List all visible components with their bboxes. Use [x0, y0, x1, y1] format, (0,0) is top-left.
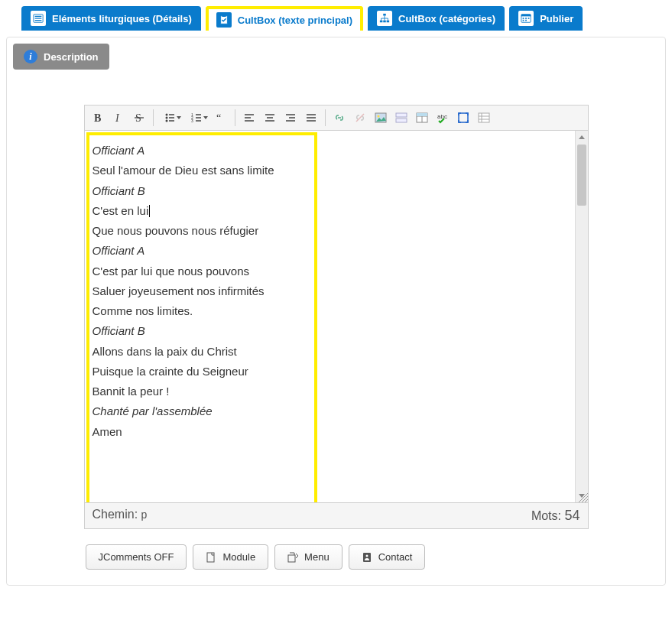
italic-button[interactable]: I: [109, 108, 128, 128]
editor-line[interactable]: Que nous pouvons nous réfugier: [93, 223, 311, 239]
toolbar-sep: [325, 109, 326, 126]
svg-point-48: [377, 115, 379, 118]
module-button[interactable]: Module: [193, 544, 268, 570]
toolbar-sep: [153, 109, 154, 126]
path-label: Chemin:: [93, 508, 138, 521]
module-icon: [206, 552, 216, 563]
editor-line[interactable]: Comme nos limites.: [93, 304, 311, 319]
svg-rect-57: [479, 113, 489, 122]
hr-button[interactable]: [391, 108, 411, 128]
svg-rect-14: [528, 18, 530, 19]
svg-point-22: [165, 117, 167, 119]
menu-button[interactable]: Menu: [274, 544, 342, 570]
svg-rect-54: [417, 113, 427, 116]
tab-label: CultBox (catégories): [398, 13, 495, 24]
words-value: 54: [564, 508, 579, 523]
contact-icon: [362, 552, 372, 563]
svg-point-23: [165, 120, 167, 122]
svg-point-21: [165, 114, 167, 116]
contact-button[interactable]: Contact: [349, 544, 426, 570]
path-value[interactable]: p: [141, 508, 148, 521]
svg-rect-5: [222, 15, 226, 17]
editor-line[interactable]: C'est en lui: [93, 203, 311, 219]
svg-rect-61: [207, 553, 214, 562]
svg-rect-49: [396, 113, 407, 117]
list-detail-icon: [31, 11, 46, 26]
editor-line[interactable]: Bannit la peur !: [93, 384, 311, 399]
strikethrough-button[interactable]: S: [129, 108, 149, 128]
jcomments-button[interactable]: JComments OFF: [86, 544, 187, 570]
tab-label: CultBox (texte principal): [238, 15, 352, 26]
editor-line[interactable]: Officiant A: [93, 243, 311, 258]
editor-line[interactable]: Amen: [93, 424, 311, 440]
editor-line[interactable]: Chanté par l'assemblée: [93, 404, 311, 419]
svg-rect-12: [523, 18, 524, 19]
spellcheck-button[interactable]: abc: [433, 108, 453, 128]
svg-rect-13: [525, 18, 527, 19]
tab-label: Eléments liturgiques (Détails): [52, 13, 192, 24]
content-selection-frame: Officiant ASeul l'amour de Dieu est sans…: [86, 132, 317, 502]
fullscreen-button[interactable]: [453, 108, 473, 128]
svg-rect-9: [387, 21, 390, 23]
editor-line[interactable]: Allons dans la paix du Christ: [93, 344, 311, 359]
resize-handle[interactable]: [578, 492, 589, 503]
description-label: Description: [44, 51, 99, 63]
editor-line[interactable]: Saluer joyeusement nos infirmités: [93, 284, 311, 299]
editor-line[interactable]: Seul l'amour de Dieu est sans limite: [93, 163, 311, 178]
scroll-up-arrow[interactable]: [576, 131, 588, 144]
blockquote-button[interactable]: “: [211, 108, 231, 128]
editor-container: B I S 123 “ abc Officiant ASeul l': [84, 105, 589, 570]
unlink-button[interactable]: [350, 108, 370, 128]
description-button[interactable]: i Description: [13, 44, 109, 70]
contact-label: Contact: [378, 551, 413, 563]
editor-toolbar: B I S 123 “ abc: [84, 105, 589, 130]
bold-button[interactable]: B: [88, 108, 108, 128]
clipboard-icon: [216, 12, 232, 28]
svg-rect-50: [396, 119, 407, 122]
tab-label: Publier: [540, 13, 573, 24]
main-panel: i Description B I S 123 “ abc: [6, 37, 666, 586]
tab-publier[interactable]: Publier: [509, 6, 583, 31]
align-center-button[interactable]: [260, 108, 280, 128]
svg-rect-11: [521, 15, 531, 17]
sitemap-icon: [377, 11, 392, 26]
link-button[interactable]: [330, 108, 349, 128]
path-section: Chemin: p: [93, 508, 148, 524]
svg-point-64: [365, 554, 368, 557]
words-section: Mots: 54: [531, 508, 580, 524]
tab-cultbox-texte[interactable]: CultBox (texte principal): [206, 6, 363, 31]
info-icon: i: [24, 50, 37, 63]
editor-textarea[interactable]: Officiant ASeul l'amour de Dieu est sans…: [85, 131, 575, 502]
editor-line[interactable]: Officiant A: [93, 143, 311, 158]
table-button[interactable]: [412, 108, 432, 128]
ol-button[interactable]: 123: [184, 108, 210, 128]
source-button[interactable]: [474, 108, 494, 128]
align-right-button[interactable]: [281, 108, 300, 128]
ul-button[interactable]: [157, 108, 183, 128]
editor-line[interactable]: Officiant B: [93, 323, 311, 339]
calendar-icon: [518, 11, 534, 26]
svg-rect-62: [288, 555, 295, 562]
align-justify-button[interactable]: [301, 108, 321, 128]
toolbar-sep: [235, 109, 235, 126]
svg-text:“: “: [216, 112, 221, 124]
editor-line[interactable]: C'est par lui que nous pouvons: [93, 264, 311, 279]
svg-rect-56: [459, 113, 468, 122]
svg-rect-16: [525, 20, 527, 21]
jcomments-label: JComments OFF: [99, 551, 174, 563]
share-icon: [287, 552, 298, 563]
tab-elements-liturgiques[interactable]: Eléments liturgiques (Détails): [21, 6, 201, 31]
bottom-button-row: JComments OFF Module Menu Contact: [84, 544, 589, 570]
align-left-button[interactable]: [239, 108, 259, 128]
editor-body: Officiant ASeul l'amour de Dieu est sans…: [84, 130, 589, 503]
tab-cultbox-categories[interactable]: CultBox (catégories): [368, 6, 505, 31]
scroll-thumb[interactable]: [577, 145, 586, 206]
scrollbar[interactable]: [575, 131, 588, 502]
editor-line[interactable]: Puisque la crainte du Seigneur: [93, 364, 311, 379]
editor-line[interactable]: Officiant B: [93, 183, 311, 199]
tab-row: Eléments liturgiques (Détails) CultBox (…: [6, 6, 666, 31]
svg-rect-6: [383, 14, 386, 16]
svg-text:I: I: [115, 112, 120, 124]
image-button[interactable]: [371, 108, 391, 128]
svg-text:B: B: [94, 112, 101, 124]
